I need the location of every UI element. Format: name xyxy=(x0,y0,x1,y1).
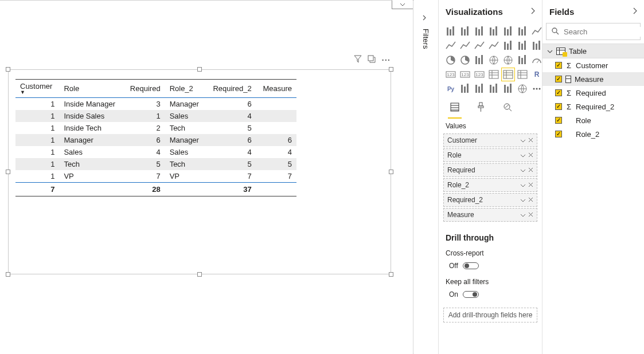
viz-card[interactable]: 123 xyxy=(444,68,457,81)
field-well-required_2[interactable]: Required_2 xyxy=(443,193,537,207)
viz-powerapps[interactable] xyxy=(530,82,542,95)
table-row[interactable]: 1Inside Manager3Manager6 xyxy=(15,98,296,111)
cross-report-toggle[interactable] xyxy=(463,262,479,269)
table-row[interactable]: 1Sales4Sales44 xyxy=(15,146,296,158)
table-visual[interactable]: ··· Customer ▼ Role Required xyxy=(8,69,391,274)
format-tab[interactable] xyxy=(474,102,488,119)
report-canvas[interactable]: ··· Customer ▼ Role Required xyxy=(0,0,413,354)
remove-icon[interactable] xyxy=(528,196,533,204)
field-required_2[interactable]: ✓ΣRequired_2 xyxy=(542,100,644,113)
table-row[interactable]: 1VP7VP77 xyxy=(15,170,296,183)
viz-stacked-column[interactable] xyxy=(459,25,471,38)
filters-pane-collapsed[interactable]: Filters xyxy=(413,0,438,354)
viz-waterfall[interactable] xyxy=(516,40,529,52)
search-input[interactable] xyxy=(563,27,644,37)
canvas-dropdown[interactable] xyxy=(392,0,413,9)
viz-python-visual[interactable]: Py xyxy=(444,82,457,95)
viz-line-stacked-column[interactable] xyxy=(473,40,486,52)
checkbox-checked[interactable]: ✓ xyxy=(555,103,562,110)
viz-clustered-column[interactable] xyxy=(487,25,500,38)
collapse-fields-icon[interactable] xyxy=(633,7,637,16)
resize-handle[interactable] xyxy=(6,67,10,72)
field-required[interactable]: ✓ΣRequired xyxy=(542,86,644,100)
collapse-viz-icon[interactable] xyxy=(530,7,535,16)
field-well-role[interactable]: Role xyxy=(443,148,537,162)
chevron-down-icon[interactable] xyxy=(520,181,526,189)
remove-icon[interactable] xyxy=(528,136,533,144)
viz-donut[interactable] xyxy=(459,54,471,66)
field-role_2[interactable]: ✓Role_2 xyxy=(542,127,644,141)
resize-handle[interactable] xyxy=(6,272,10,277)
chevron-down-icon[interactable] xyxy=(520,136,526,144)
chevron-down-icon[interactable] xyxy=(520,211,526,219)
viz-kpi[interactable]: 123 xyxy=(473,68,486,81)
table-row[interactable]: 1Manager6Manager66 xyxy=(15,134,296,146)
chevron-down-icon[interactable] xyxy=(520,166,526,174)
chevron-down-icon[interactable] xyxy=(520,151,526,159)
viz-multi-row-card[interactable]: 123 xyxy=(459,68,471,81)
field-measure[interactable]: ✓Measure xyxy=(542,72,644,86)
resize-handle[interactable] xyxy=(197,67,202,72)
remove-icon[interactable] xyxy=(528,181,533,189)
viz-matrix[interactable] xyxy=(516,68,529,81)
viz-decomposition-tree[interactable] xyxy=(473,82,486,95)
viz-slicer[interactable] xyxy=(487,68,500,81)
viz-table[interactable] xyxy=(502,68,514,81)
checkbox-checked[interactable]: ✓ xyxy=(555,131,562,137)
field-role[interactable]: ✓Role xyxy=(542,113,644,127)
viz-pie[interactable] xyxy=(444,54,457,66)
expand-filters-icon[interactable] xyxy=(421,15,429,21)
resize-handle[interactable] xyxy=(389,272,393,277)
fields-search[interactable] xyxy=(546,23,641,40)
viz-line-clustered-column[interactable] xyxy=(487,40,500,52)
resize-handle[interactable] xyxy=(389,170,393,174)
col-customer[interactable]: Customer ▼ xyxy=(15,80,59,98)
filter-icon[interactable] xyxy=(354,55,362,65)
checkbox-checked[interactable]: ✓ xyxy=(555,89,562,96)
viz-filled-map[interactable] xyxy=(502,54,514,66)
checkbox-checked[interactable]: ✓ xyxy=(555,62,562,69)
viz-100-stacked-bar[interactable] xyxy=(502,25,514,38)
analytics-tab[interactable] xyxy=(501,102,514,119)
col-role2[interactable]: Role_2 xyxy=(165,80,206,98)
viz-100-stacked-column[interactable] xyxy=(516,25,529,38)
col-required2[interactable]: Required_2 xyxy=(206,80,256,98)
viz-key-influencers[interactable] xyxy=(459,82,471,95)
viz-gauge[interactable] xyxy=(530,54,542,66)
viz-funnel[interactable] xyxy=(516,54,529,66)
viz-stacked-bar[interactable] xyxy=(444,25,457,38)
more-options-icon[interactable]: ··· xyxy=(381,55,391,65)
field-well-required[interactable]: Required xyxy=(443,163,537,177)
checkbox-checked[interactable]: ✓ xyxy=(555,76,562,82)
table-row[interactable]: 1Tech5Tech55 xyxy=(15,158,296,170)
viz-map[interactable] xyxy=(487,54,500,66)
remove-icon[interactable] xyxy=(528,151,533,159)
viz-ribbon[interactable] xyxy=(502,40,514,52)
viz-treemap[interactable] xyxy=(473,54,486,66)
chevron-down-icon[interactable] xyxy=(520,196,526,204)
fields-tab[interactable] xyxy=(448,102,462,119)
field-well-measure[interactable]: Measure xyxy=(443,208,537,222)
col-required[interactable]: Required xyxy=(123,80,165,98)
field-well-customer[interactable]: Customer xyxy=(443,133,537,147)
resize-handle[interactable] xyxy=(6,170,10,174)
drillthrough-dropzone[interactable]: Add drill-through fields here xyxy=(443,308,537,322)
remove-icon[interactable] xyxy=(528,166,533,174)
viz-scatter[interactable] xyxy=(530,40,542,52)
field-well-role_2[interactable]: Role_2 xyxy=(443,178,537,192)
col-role[interactable]: Role xyxy=(59,80,123,98)
remove-icon[interactable] xyxy=(528,211,533,219)
resize-handle[interactable] xyxy=(197,272,202,277)
table-node[interactable]: Table xyxy=(542,44,644,58)
keep-filters-toggle[interactable] xyxy=(463,291,479,298)
viz-qna[interactable] xyxy=(487,82,500,95)
viz-arcgis[interactable] xyxy=(516,82,529,95)
viz-clustered-bar[interactable] xyxy=(473,25,486,38)
table-row[interactable]: 1Inside Sales1Sales4 xyxy=(15,110,296,122)
checkbox-checked[interactable]: ✓ xyxy=(555,117,562,124)
field-customer[interactable]: ✓ΣCustomer xyxy=(542,58,644,72)
viz-area[interactable] xyxy=(444,40,457,52)
col-measure[interactable]: Measure xyxy=(256,80,296,98)
viz-paginated[interactable] xyxy=(502,82,514,95)
resize-handle[interactable] xyxy=(389,67,393,72)
